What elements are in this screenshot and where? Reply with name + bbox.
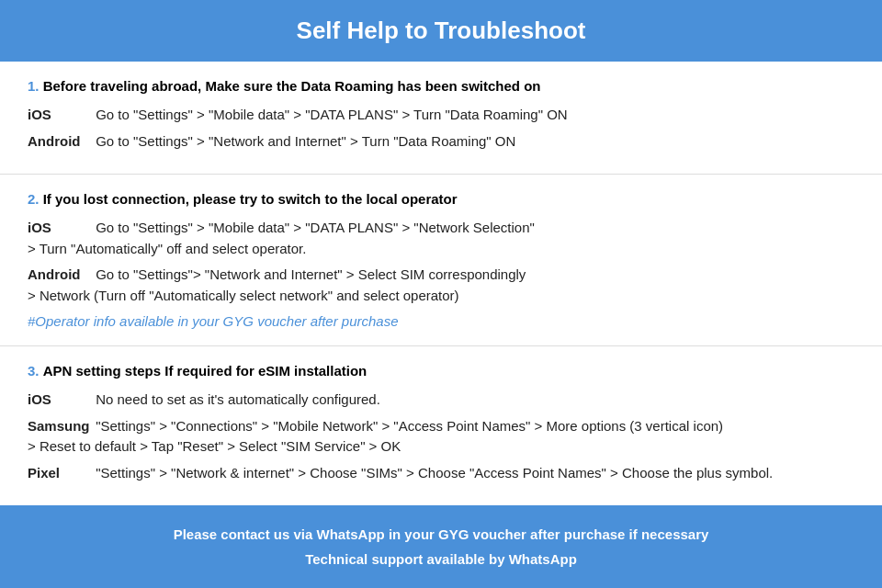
- platform-ios-3: iOS: [28, 390, 92, 411]
- section-3-row-ios: iOS No need to set as it's automatically…: [28, 390, 854, 411]
- section-2-android-text: Go to "Settings"> "Network and Internet"…: [28, 266, 526, 303]
- platform-android-1: Android: [28, 131, 92, 153]
- platform-samsung: Samsung: [28, 416, 92, 437]
- section-3-row-samsung: Samsung "Settings" > "Connections" > "Mo…: [28, 416, 854, 458]
- section-1-title: 1. Before traveling abroad, Make sure th…: [28, 78, 854, 94]
- page-title: Self Help to Troubleshoot: [18, 17, 864, 45]
- section-1: 1. Before traveling abroad, Make sure th…: [0, 62, 882, 175]
- section-3: 3. APN setting steps If required for eSI…: [0, 346, 882, 505]
- page-footer: Please contact us via WhatsApp in your G…: [0, 505, 882, 588]
- platform-ios-1: iOS: [28, 105, 92, 126]
- section-1-row-ios: iOS Go to "Settings" > "Mobile data" > "…: [28, 105, 854, 126]
- section-3-number: 3.: [28, 363, 40, 379]
- section-3-title-text: APN setting steps If required for eSIM i…: [43, 363, 368, 379]
- section-1-number: 1.: [28, 78, 40, 94]
- section-1-title-text: Before traveling abroad, Make sure the D…: [43, 78, 541, 94]
- section-2: 2. If you lost connection, please try to…: [0, 175, 882, 346]
- section-1-android-text: Go to "Settings" > "Network and Internet…: [96, 133, 515, 149]
- section-2-ios-text: Go to "Settings" > "Mobile data" > "DATA…: [28, 220, 535, 256]
- section-2-title-text: If you lost connection, please try to sw…: [43, 191, 458, 207]
- section-1-ios-text: Go to "Settings" > "Mobile data" > "DATA…: [96, 107, 568, 122]
- page-header: Self Help to Troubleshoot: [0, 0, 882, 62]
- platform-pixel: Pixel: [28, 463, 92, 484]
- section-3-title: 3. APN setting steps If required for eSI…: [28, 363, 854, 379]
- platform-android-2: Android: [28, 265, 92, 286]
- section-2-row-ios: iOS Go to "Settings" > "Mobile data" > "…: [28, 218, 854, 259]
- section-1-row-android: Android Go to "Settings" > "Network and …: [28, 131, 854, 153]
- section-2-row-android: Android Go to "Settings"> "Network and I…: [28, 265, 854, 306]
- footer-line1: Please contact us via WhatsApp in your G…: [18, 522, 864, 547]
- section-3-row-pixel: Pixel "Settings" > "Network & internet" …: [28, 463, 854, 484]
- section-3-pixel-text: "Settings" > "Network & internet" > Choo…: [96, 465, 773, 481]
- section-2-title: 2. If you lost connection, please try to…: [28, 191, 854, 207]
- section-3-samsung-text: "Settings" > "Connections" > "Mobile Net…: [28, 418, 723, 455]
- platform-ios-2: iOS: [28, 218, 92, 239]
- section-2-number: 2.: [28, 191, 40, 207]
- operator-link: #Operator info available in your GYG vou…: [28, 313, 854, 329]
- footer-line2: Technical support available by WhatsApp: [18, 547, 864, 571]
- section-3-ios-text: No need to set as it's automatically con…: [96, 391, 380, 407]
